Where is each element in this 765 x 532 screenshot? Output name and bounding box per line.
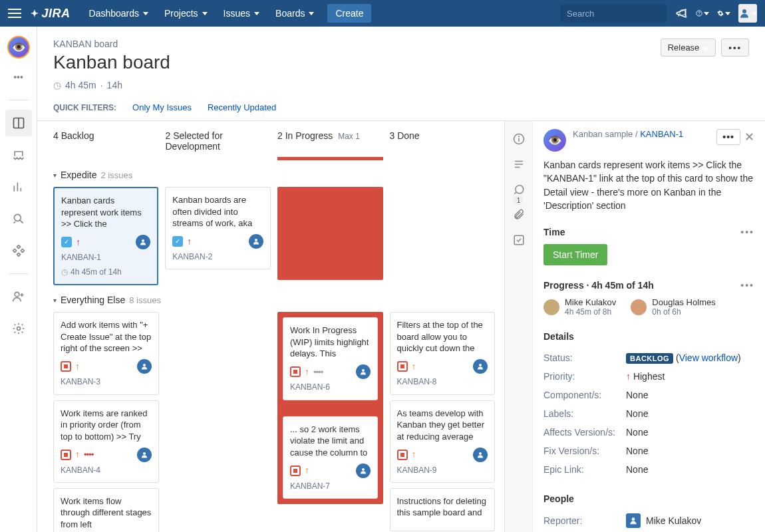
detail-subtasks-icon[interactable] xyxy=(510,231,528,249)
progress-section-more[interactable]: ••• xyxy=(740,280,754,291)
detail-info-icon[interactable] xyxy=(510,130,528,148)
lane-column[interactable]: Kanban boards are often divided into str… xyxy=(165,187,270,269)
kanban-card[interactable]: Work In Progress (WIP) limits highlight … xyxy=(283,317,378,400)
megaphone-icon[interactable] xyxy=(675,7,688,20)
rail-add-user-icon[interactable] xyxy=(5,283,32,310)
kanban-card[interactable]: Add work items with "+ Create Issue" at … xyxy=(53,312,159,394)
detail-more-button[interactable]: ••• xyxy=(716,129,740,145)
column-done: 3 Done xyxy=(390,130,496,160)
close-icon[interactable]: ✕ xyxy=(744,130,754,144)
card-description: ... so 2 work items violate the limit an… xyxy=(290,424,371,458)
detail-head: 👁️ Kanban sample / KANBAN-1 ••• ✕ xyxy=(543,129,754,152)
rail-component-icon[interactable] xyxy=(5,237,32,264)
nav-issues[interactable]: Issues xyxy=(217,4,266,23)
kanban-card[interactable]: Filters at the top of the board allow yo… xyxy=(390,312,496,394)
hamburger-icon[interactable] xyxy=(8,9,21,18)
lane-column[interactable]: Kanban cards represent work items >> Cli… xyxy=(53,187,158,285)
lane-column[interactable]: Add work items with "+ Create Issue" at … xyxy=(53,312,159,532)
rail-search-tune-icon[interactable] xyxy=(5,205,32,232)
svg-point-21 xyxy=(362,468,365,471)
detail-comments-icon[interactable]: 1 xyxy=(510,181,528,198)
card-description: Add work items with "+ Create Issue" at … xyxy=(61,319,152,354)
breadcrumb[interactable]: KANBAN board xyxy=(53,39,749,49)
detail-issue-key-link[interactable]: KANBAN-1 xyxy=(640,129,683,139)
task-type-icon: ✓ xyxy=(172,236,183,247)
rail-project-settings-icon[interactable] xyxy=(5,315,32,342)
detail-field-row: Component/s:None xyxy=(543,386,754,404)
svg-rect-30 xyxy=(514,235,524,245)
lane-column[interactable]: Work In Progress (WIP) limits highlight … xyxy=(277,312,383,503)
view-workflow-link[interactable]: View workflow xyxy=(679,352,738,363)
kanban-card[interactable]: Instructions for deleting this sample bo… xyxy=(390,488,496,531)
svg-point-20 xyxy=(362,369,365,372)
release-button[interactable]: Release xyxy=(661,39,716,57)
help-icon[interactable] xyxy=(696,7,709,20)
kanban-card[interactable]: Kanban boards are often divided into str… xyxy=(165,187,270,269)
lane-column[interactable] xyxy=(277,187,383,280)
clock-icon xyxy=(61,267,68,277)
priority-icon: ↑ xyxy=(75,360,80,373)
settings-icon[interactable] xyxy=(717,7,730,20)
nav-projects[interactable]: Projects xyxy=(158,4,214,23)
epic-type-icon xyxy=(397,361,408,372)
progress-section-title: Progress · 4h 45m of 14h xyxy=(543,280,654,291)
board-more-button[interactable]: ••• xyxy=(721,39,749,57)
columns-header: 4 Backlog 2 Selected for Development 2 I… xyxy=(53,130,495,160)
chevron-down-icon: ▾ xyxy=(53,172,57,179)
card-key: KANBAN-6 xyxy=(290,382,371,392)
kanban-card[interactable]: Work items are ranked in priority order … xyxy=(53,400,159,483)
assignee-avatar xyxy=(137,359,152,374)
epic-type-icon xyxy=(290,366,301,377)
assignee-avatar xyxy=(473,359,488,374)
search-box[interactable] xyxy=(560,4,667,23)
create-button[interactable]: Create xyxy=(327,4,371,23)
card-description: Work In Progress (WIP) limits highlight … xyxy=(290,325,371,359)
priority-icon: ↑ xyxy=(412,448,416,461)
board-header: Release ••• KANBAN board Kanban board 4h… xyxy=(37,27,765,120)
swimlane-title[interactable]: ▾ Expedite 2 issues xyxy=(53,170,495,180)
kanban-card[interactable]: ... so 2 work items violate the limit an… xyxy=(283,416,378,499)
detail-breadcrumb: Kanban sample / KANBAN-1 xyxy=(573,129,710,139)
detail-project-avatar: 👁️ xyxy=(543,129,566,152)
people-section-title: People xyxy=(543,493,754,504)
rail-reports-icon[interactable] xyxy=(5,174,32,200)
lane-column[interactable]: Filters at the top of the board allow yo… xyxy=(390,312,496,531)
card-time: 4h 45m of 14h xyxy=(61,267,150,277)
task-type-icon: ✓ xyxy=(61,237,72,247)
kanban-card[interactable]: Kanban cards represent work items >> Cli… xyxy=(53,187,158,285)
nav-dashboards[interactable]: Dashboards xyxy=(82,4,156,23)
detail-rail: 1 xyxy=(505,121,533,532)
kanban-card[interactable]: Work items flow through different stages… xyxy=(53,488,159,532)
svg-point-4 xyxy=(742,9,746,13)
top-nav: JIRA Dashboards Projects Issues Boards C… xyxy=(0,0,765,27)
detail-field-row: Labels:None xyxy=(543,404,754,423)
rail-board-icon[interactable] xyxy=(5,110,32,136)
kanban-card[interactable]: As teams develop with Kanban they get be… xyxy=(390,400,496,483)
detail-field-row: Status:BACKLOG (View workflow) xyxy=(543,348,754,367)
priority-icon: ↑ xyxy=(305,464,309,477)
priority-icon: ↑ xyxy=(76,236,80,249)
user-avatar[interactable] xyxy=(738,4,757,23)
svg-point-26 xyxy=(518,136,519,137)
epic-type-icon xyxy=(61,361,71,372)
time-section-more[interactable]: ••• xyxy=(740,227,754,237)
start-timer-button[interactable]: Start Timer xyxy=(543,244,607,265)
jira-logo[interactable]: JIRA xyxy=(31,7,71,21)
filter-recently-updated[interactable]: Recently Updated xyxy=(208,102,276,112)
project-avatar-icon[interactable]: 👁️ xyxy=(7,36,30,59)
filter-only-my-issues[interactable]: Only My Issues xyxy=(132,102,192,112)
rail-ship-icon[interactable] xyxy=(5,142,32,168)
reporter-name: Mike Kulakov xyxy=(646,515,701,526)
avatar xyxy=(631,299,647,315)
detail-description-icon[interactable] xyxy=(510,156,528,173)
rail-more-icon[interactable]: ••• xyxy=(5,64,32,90)
column-in-progress: 2 In Progress Max 1 xyxy=(277,130,383,160)
card-description: Filters at the top of the board allow yo… xyxy=(397,319,488,354)
search-input[interactable] xyxy=(567,9,679,19)
detail-attach-icon[interactable] xyxy=(510,206,528,223)
swimlane-title[interactable]: ▾ Everything Else 8 issues xyxy=(53,295,495,305)
nav-boards[interactable]: Boards xyxy=(269,4,321,23)
priority-icon: ↑ xyxy=(626,371,631,382)
svg-point-22 xyxy=(479,364,482,366)
assignee-avatar xyxy=(136,235,150,249)
